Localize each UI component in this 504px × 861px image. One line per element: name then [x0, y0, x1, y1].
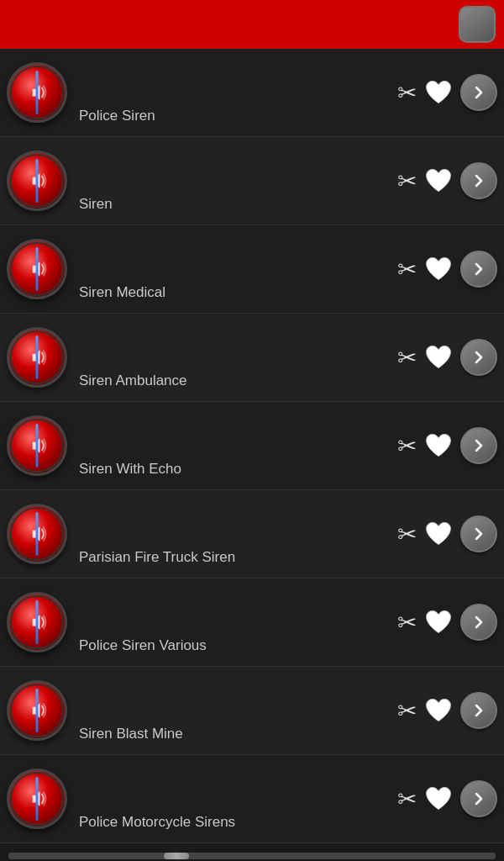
list-item: Police Siren Various ✂: [0, 578, 504, 667]
list-item: Parisian Fire Truck Siren ✂: [0, 490, 504, 578]
detail-button[interactable]: [460, 427, 497, 464]
trim-icon[interactable]: ✂: [397, 609, 417, 637]
favorite-button[interactable]: [420, 692, 457, 729]
detail-button[interactable]: [460, 515, 497, 552]
list-item: Siren ✂: [0, 137, 504, 225]
play-button[interactable]: [7, 62, 67, 123]
favorite-button[interactable]: [420, 515, 457, 552]
play-button[interactable]: [7, 239, 67, 299]
song-title: Parisian Fire Truck Siren: [79, 526, 397, 578]
list-item: Siren Medical ✂: [0, 225, 504, 314]
action-buttons: ✂: [397, 74, 497, 111]
trim-icon[interactable]: ✂: [397, 256, 417, 283]
trim-icon[interactable]: ✂: [397, 432, 417, 460]
list-item: Police Siren ✂: [0, 49, 504, 137]
trim-icon[interactable]: ✂: [397, 344, 417, 372]
scrollbar-area: [0, 843, 504, 861]
action-buttons: ✂: [397, 339, 497, 376]
scrollbar-track[interactable]: [8, 853, 496, 859]
favorite-button[interactable]: [420, 74, 457, 111]
action-buttons: ✂: [397, 515, 497, 552]
song-title: Siren Medical: [79, 261, 397, 313]
song-title: Siren With Echo: [79, 437, 397, 489]
trim-icon[interactable]: ✂: [397, 79, 417, 107]
favorite-button[interactable]: [420, 604, 457, 641]
play-button[interactable]: [7, 592, 67, 652]
song-title: Siren: [79, 172, 397, 224]
action-buttons: ✂: [397, 251, 497, 288]
action-buttons: ✂: [397, 162, 497, 199]
song-title: Police Motorcycle Sirens: [79, 790, 397, 843]
song-title: Siren Ambulance: [79, 349, 397, 401]
favorite-button[interactable]: [420, 427, 457, 464]
list-item: Siren Ambulance ✂: [0, 314, 504, 402]
favorite-button[interactable]: [420, 339, 457, 376]
song-title: Siren Blast Mine: [79, 702, 397, 754]
detail-button[interactable]: [460, 780, 497, 817]
scrollbar-thumb[interactable]: [164, 853, 189, 859]
play-button[interactable]: [7, 151, 67, 211]
song-title: Police Siren: [79, 84, 397, 136]
trim-icon[interactable]: ✂: [397, 167, 417, 195]
list-item: Siren With Echo ✂: [0, 402, 504, 490]
action-buttons: ✂: [397, 604, 497, 641]
favorite-button[interactable]: [420, 162, 457, 199]
play-button[interactable]: [7, 680, 67, 741]
detail-button[interactable]: [460, 74, 497, 111]
header: [0, 0, 504, 49]
action-buttons: ✂: [397, 427, 497, 464]
play-button[interactable]: [7, 327, 67, 388]
detail-button[interactable]: [460, 162, 497, 199]
list-item: Siren Blast Mine ✂: [0, 667, 504, 755]
detail-button[interactable]: [460, 692, 497, 729]
play-button[interactable]: [7, 504, 67, 564]
favorite-button[interactable]: [420, 251, 457, 288]
detail-button[interactable]: [460, 251, 497, 288]
trim-icon[interactable]: ✂: [397, 697, 417, 725]
ringtone-list: Police Siren ✂ Siren ✂: [0, 49, 504, 843]
app-container: Police Siren ✂ Siren ✂: [0, 0, 504, 861]
play-button[interactable]: [7, 769, 67, 829]
song-title: Police Siren Various: [79, 614, 397, 666]
trim-icon[interactable]: ✂: [397, 520, 417, 548]
detail-button[interactable]: [460, 604, 497, 641]
add-button[interactable]: [459, 6, 496, 43]
list-item: Police Motorcycle Sirens ✂: [0, 755, 504, 843]
action-buttons: ✂: [397, 692, 497, 729]
detail-button[interactable]: [460, 339, 497, 376]
play-button[interactable]: [7, 415, 67, 476]
action-buttons: ✂: [397, 780, 497, 817]
favorite-button[interactable]: [420, 780, 457, 817]
trim-icon[interactable]: ✂: [397, 785, 417, 813]
